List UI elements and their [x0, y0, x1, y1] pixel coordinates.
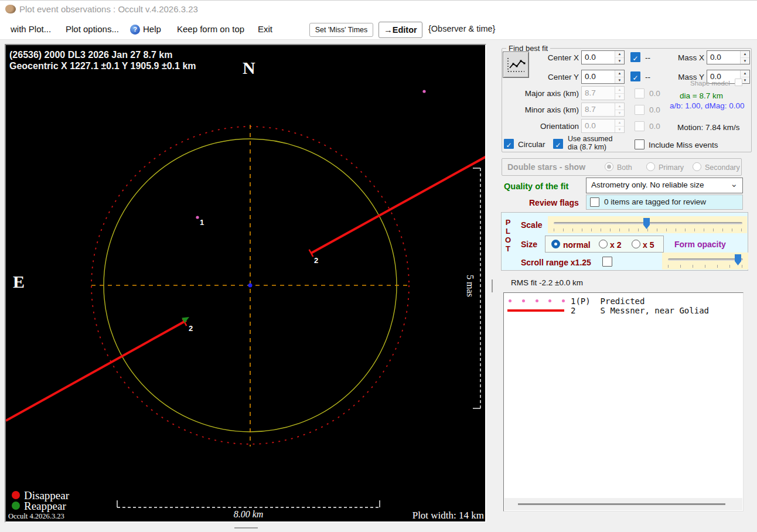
set-miss-times-button[interactable]: Set 'Miss' Times — [309, 23, 373, 37]
scale-slider[interactable] — [548, 216, 747, 233]
horizontal-splitter-grip[interactable] — [234, 527, 258, 528]
major-axis-label: Major axis (km) — [514, 89, 579, 98]
center-dot — [248, 284, 253, 288]
center-x-checkbox[interactable]: ✓ — [630, 52, 640, 62]
size-x2-radio[interactable] — [599, 240, 608, 248]
circular-label: Circular — [518, 140, 545, 149]
plot-letter-l: L — [505, 227, 511, 236]
spin-up-icon[interactable]: ▲ — [741, 70, 749, 77]
observation-text: 2 S Messner, near Goliad — [571, 306, 709, 315]
center-x-value[interactable]: 0.0 — [582, 51, 615, 64]
shape-model-checkbox[interactable] — [735, 79, 742, 86]
chord-2-lower[interactable] — [6, 320, 186, 421]
title-bar: Plot event observations : Occult v.4.202… — [0, 0, 757, 18]
quality-of-fit-select[interactable]: Astrometry only. No reliable size ⌄ — [586, 178, 743, 193]
minor-axis-flag: 0.0 — [649, 105, 660, 114]
menu-plot-options[interactable]: Plot options... — [66, 24, 119, 34]
center-y-checkbox[interactable]: ✓ — [630, 71, 640, 81]
predicted-point-2 — [422, 90, 425, 93]
north-label: N — [243, 58, 255, 77]
form-opacity-slider-thumb[interactable] — [735, 254, 741, 265]
scroll-range-checkbox[interactable] — [602, 257, 612, 267]
list-item[interactable]: 1(P) Predicted — [504, 296, 743, 306]
circular-checkbox[interactable]: ✓ — [504, 139, 514, 149]
horizontal-scrollbar[interactable] — [504, 498, 742, 510]
center-x-label: Center X — [532, 53, 579, 62]
size-normal-radio[interactable] — [551, 240, 560, 248]
mass-x-label: Mass X — [673, 53, 704, 62]
fit-chart-button[interactable] — [503, 52, 529, 78]
major-axis-value: 8.7 — [582, 87, 615, 100]
double-stars-secondary-radio — [693, 162, 701, 171]
plot-header-line2: Geocentric X 1227.1 ±0.1 Y 1905.9 ±0.1 k… — [9, 61, 196, 71]
center-x-input[interactable]: 0.0 ▲▼ — [581, 50, 625, 64]
editor-button[interactable]: →Editor — [378, 22, 422, 38]
menu-with-plot[interactable]: with Plot... — [11, 24, 51, 34]
spin-up-icon[interactable]: ▲ — [615, 70, 624, 77]
major-axis-checkbox — [635, 88, 645, 98]
minor-axis-value: 8.7 — [582, 103, 615, 116]
rms-fit-label: RMS fit -2.2 ±0.0 km — [511, 278, 583, 287]
chord-2-upper[interactable] — [311, 156, 485, 253]
size-x2-label: x 2 — [610, 240, 621, 250]
spin-down-icon[interactable]: ▼ — [615, 58, 624, 64]
center-x-spinner[interactable]: ▲▼ — [615, 51, 624, 64]
help-icon[interactable]: ? — [130, 25, 140, 35]
legend-reappear: Reappear — [24, 500, 66, 512]
include-miss-events-label: Include Miss events — [649, 141, 718, 149]
scrollbar-thumb[interactable] — [518, 503, 725, 505]
shape-model-label: Shape model — [690, 80, 730, 87]
double-stars-label: Double stars - show — [507, 162, 585, 172]
center-y-input[interactable]: 0.0 ▲▼ — [581, 70, 625, 84]
ab-dmag-text: a/b: 1.00, dMag: 0.00 — [670, 101, 745, 110]
motion-text: Motion: 7.84 km/s — [677, 123, 740, 132]
observations-list[interactable]: 1(P) Predicted 2 S Messner, near Goliad — [503, 292, 744, 511]
form-opacity-slider-track[interactable] — [668, 258, 743, 261]
review-flags-checkbox[interactable] — [590, 197, 599, 207]
list-item[interactable]: 2 S Messner, near Goliad — [504, 306, 743, 315]
orientation-flag: 0.0 — [649, 122, 660, 131]
check-icon: ✓ — [555, 141, 561, 149]
use-assumed-dia-label: Use assumed dia (8.7 km) — [568, 135, 612, 151]
spin-up-icon: ▲ — [615, 87, 624, 94]
check-icon: ✓ — [632, 54, 638, 63]
plot-letter-p: P — [505, 218, 511, 227]
center-y-spinner[interactable]: ▲▼ — [615, 70, 624, 83]
mass-x-input[interactable]: 0.0 ▲▼ — [707, 50, 750, 64]
use-assumed-line1: Use assumed — [568, 135, 612, 143]
vertical-splitter-grip[interactable] — [492, 279, 493, 292]
minor-axis-input: 8.7 ▲▼ — [581, 103, 625, 117]
use-assumed-dia-checkbox[interactable]: ✓ — [553, 139, 563, 149]
menu-bar: with Plot... Plot options... ? Help Keep… — [0, 18, 757, 40]
form-opacity-slider[interactable] — [662, 253, 748, 270]
spin-down-icon: ▼ — [615, 110, 624, 117]
center-y-label: Center Y — [532, 73, 579, 81]
spin-down-icon: ▼ — [615, 127, 624, 133]
fit-chart-icon — [503, 52, 528, 77]
mass-x-value[interactable]: 0.0 — [707, 51, 740, 64]
menu-help[interactable]: Help — [143, 24, 161, 34]
disappear-dot-icon — [12, 491, 20, 499]
size-radio-group: normal x 2 x 5 — [545, 236, 664, 253]
occultation-plot-canvas[interactable]: 2 2 1 (26536) 2000 DL3 2026 Jan 27 8.7 k… — [5, 44, 486, 523]
spin-down-icon: ▼ — [615, 94, 624, 100]
menu-exit[interactable]: Exit — [258, 24, 272, 34]
orientation-spinner: ▲▼ — [615, 120, 624, 132]
spin-down-icon[interactable]: ▼ — [615, 77, 624, 84]
spin-down-icon[interactable]: ▼ — [741, 58, 749, 64]
review-flags-label: Review flags — [529, 198, 579, 207]
scale-slider-thumb[interactable] — [643, 218, 650, 229]
center-y-dash: -- — [645, 73, 650, 81]
predicted-point-1 — [196, 216, 199, 219]
mass-x-spinner[interactable]: ▲▼ — [740, 51, 749, 64]
include-miss-events-checkbox[interactable] — [635, 139, 645, 149]
spin-up-icon[interactable]: ▲ — [615, 51, 624, 58]
spin-up-icon[interactable]: ▲ — [741, 51, 749, 58]
plot-letter-o: O — [505, 236, 511, 244]
form-opacity-label: Form opacity — [674, 240, 726, 249]
major-axis-spinner: ▲▼ — [615, 87, 624, 100]
orientation-input: 0.0 ▲▼ — [581, 119, 625, 133]
menu-keep-form-on-top[interactable]: Keep form on top — [177, 24, 244, 34]
size-x5-radio[interactable] — [632, 240, 640, 248]
center-y-value[interactable]: 0.0 — [582, 70, 615, 83]
